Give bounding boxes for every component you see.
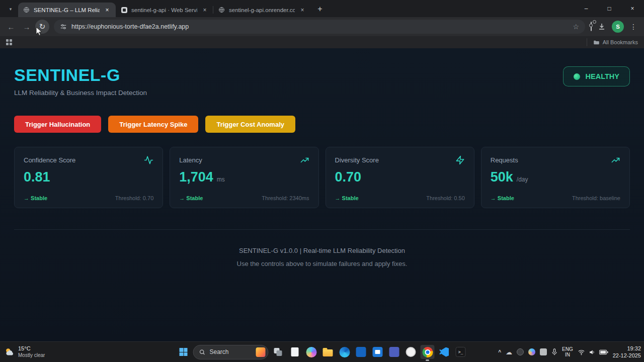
threshold-label: Threshold: 0.70 bbox=[115, 195, 153, 201]
wifi-icon bbox=[578, 349, 585, 355]
tab-sentinel-g[interactable]: SENTINEL-G – LLM Reliability D × bbox=[18, 3, 116, 17]
metric-value: 0.70 bbox=[335, 169, 362, 185]
threshold-label: Threshold: 2340ms bbox=[262, 195, 309, 201]
terminal-icon[interactable]: >_ bbox=[454, 345, 468, 359]
maximize-button[interactable]: □ bbox=[598, 0, 621, 17]
page-content: SENTINEL-G LLM Reliability & Business Im… bbox=[0, 48, 644, 342]
reload-button[interactable]: ↻ bbox=[35, 20, 49, 34]
trigger-button-row: Trigger Hallucination Trigger Latency Sp… bbox=[14, 116, 630, 133]
tray-app-icon-1[interactable] bbox=[517, 348, 524, 355]
card-title: Diversity Score bbox=[335, 156, 379, 164]
tab-close-icon[interactable]: × bbox=[201, 6, 209, 14]
weather-widget[interactable]: 15°C Mostly clear bbox=[4, 342, 45, 362]
requests-card: Requests 50k /day → Stable Threshold: ba… bbox=[481, 147, 630, 208]
trending-up-icon bbox=[611, 155, 620, 165]
copilot-icon[interactable] bbox=[304, 345, 318, 359]
status-badge: HEALTHY bbox=[563, 66, 630, 86]
card-title: Confidence Score bbox=[24, 156, 75, 164]
language-line2: IN bbox=[565, 352, 570, 358]
metric-value: 50k bbox=[491, 169, 513, 185]
onedrive-tray-icon[interactable]: ☁ bbox=[506, 349, 512, 355]
search-highlights-icon bbox=[256, 347, 266, 357]
outlook-icon[interactable] bbox=[354, 345, 368, 359]
edge-icon[interactable] bbox=[338, 345, 352, 359]
volume-icon bbox=[589, 349, 596, 355]
apps-grid-icon[interactable] bbox=[6, 39, 12, 45]
trigger-cost-anomaly-button[interactable]: Trigger Cost Anomaly bbox=[205, 116, 295, 133]
page-footer: SENTINEL-G v1.0.0 | Real-time LLM Reliab… bbox=[0, 247, 644, 267]
page-subtitle: LLM Reliability & Business Impact Detect… bbox=[14, 89, 630, 97]
chrome-icon[interactable] bbox=[421, 345, 435, 359]
url-text[interactable]: https://euphonious-torte-dfae2a.netlify.… bbox=[71, 23, 568, 30]
weather-temp: 15°C bbox=[18, 345, 45, 352]
tab-search-chevron-icon[interactable]: ▾ bbox=[4, 2, 17, 16]
trend-label: → Stable bbox=[335, 195, 359, 201]
windows-taskbar: 15°C Mostly clear Search bbox=[0, 341, 644, 362]
tray-app-icon-2[interactable] bbox=[528, 348, 535, 355]
pinned-app-icon[interactable] bbox=[387, 345, 401, 359]
bookmark-star-icon[interactable]: ☆ bbox=[573, 23, 579, 31]
diversity-score-card: Diversity Score 0.70 → Stable Threshold:… bbox=[326, 147, 474, 208]
globe-favicon-icon bbox=[218, 6, 225, 14]
system-tray: ^ ☁ ENG IN bbox=[498, 342, 641, 362]
folder-icon bbox=[593, 39, 600, 46]
globe-favicon-icon bbox=[23, 6, 30, 14]
trigger-latency-spike-button[interactable]: Trigger Latency Spike bbox=[108, 116, 198, 133]
taskbar-search-box[interactable]: Search bbox=[193, 345, 269, 359]
search-icon bbox=[199, 349, 206, 355]
footer-help-text: Use the controls above to simulate failu… bbox=[0, 260, 644, 267]
new-tab-button[interactable]: + bbox=[313, 3, 327, 16]
clock-date: 22-12-2025 bbox=[613, 352, 641, 359]
tab-onrender-api[interactable]: sentinel-g-api.onrender.com × bbox=[213, 3, 311, 17]
weather-condition: Mostly clear bbox=[18, 352, 45, 359]
system-status-icons[interactable] bbox=[578, 349, 608, 355]
card-title: Requests bbox=[491, 156, 518, 164]
address-bar[interactable]: https://euphonious-torte-dfae2a.netlify.… bbox=[54, 20, 585, 34]
confidence-score-card: Confidence Score 0.81 → Stable Threshold… bbox=[14, 147, 163, 208]
tab-close-icon[interactable]: × bbox=[103, 6, 111, 14]
footer-version-text: SENTINEL-G v1.0.0 | Real-time LLM Reliab… bbox=[0, 247, 644, 254]
tab-render-web-service[interactable]: sentinel-g-api · Web Service · × bbox=[116, 3, 213, 17]
windows-logo-icon bbox=[180, 348, 188, 356]
microsoft-store-icon[interactable] bbox=[371, 345, 385, 359]
back-button[interactable]: ← bbox=[4, 20, 18, 34]
tray-app-icon-3[interactable] bbox=[540, 348, 547, 355]
all-bookmarks-button[interactable]: All Bookmarks bbox=[587, 38, 638, 46]
trend-label: → Stable bbox=[179, 195, 203, 201]
search-label: Search bbox=[210, 348, 252, 355]
file-explorer-icon[interactable] bbox=[321, 345, 335, 359]
page-title: SENTINEL-G bbox=[14, 65, 630, 85]
zap-icon bbox=[455, 155, 465, 165]
minimize-button[interactable]: – bbox=[575, 0, 598, 17]
clock-widget[interactable]: 19:32 22-12-2025 bbox=[613, 345, 641, 359]
browser-menu-icon[interactable]: ⋮ bbox=[630, 23, 637, 31]
forward-button[interactable]: → bbox=[20, 20, 34, 34]
close-button[interactable]: × bbox=[621, 0, 644, 17]
tab-title: SENTINEL-G – LLM Reliability D bbox=[34, 7, 100, 13]
downloads-icon[interactable] bbox=[598, 23, 606, 31]
tab-title: sentinel-g-api.onrender.com bbox=[229, 7, 295, 13]
vscode-icon[interactable] bbox=[437, 345, 451, 359]
browser-window: ▾ SENTINEL-G – LLM Reliability D × senti… bbox=[0, 0, 644, 362]
weather-icon bbox=[4, 346, 15, 357]
tab-title: sentinel-g-api · Web Service · bbox=[131, 7, 197, 13]
language-indicator[interactable]: ENG IN bbox=[562, 346, 573, 358]
hidden-icons-chevron[interactable]: ^ bbox=[498, 349, 501, 355]
activity-icon bbox=[144, 155, 153, 165]
extensions-icon[interactable] bbox=[591, 22, 592, 31]
profile-avatar[interactable]: S bbox=[612, 21, 624, 33]
tab-close-icon[interactable]: × bbox=[298, 6, 306, 14]
task-view-icon[interactable] bbox=[271, 345, 285, 359]
trigger-hallucination-button[interactable]: Trigger Hallucination bbox=[14, 116, 101, 133]
start-button[interactable] bbox=[177, 345, 191, 359]
threshold-label: Threshold: baseline bbox=[572, 195, 620, 201]
site-info-icon[interactable] bbox=[60, 23, 67, 30]
notepad-icon[interactable] bbox=[288, 345, 302, 359]
card-title: Latency bbox=[179, 156, 202, 164]
battery-icon bbox=[599, 349, 608, 355]
microphone-tray-icon[interactable] bbox=[551, 348, 557, 355]
metric-value: 1,704 bbox=[179, 169, 213, 185]
tab-strip: ▾ SENTINEL-G – LLM Reliability D × senti… bbox=[0, 0, 644, 17]
latency-card: Latency 1,704 ms → Stable Threshold: 234… bbox=[170, 147, 318, 208]
pinned-round-app-icon[interactable] bbox=[404, 345, 418, 359]
